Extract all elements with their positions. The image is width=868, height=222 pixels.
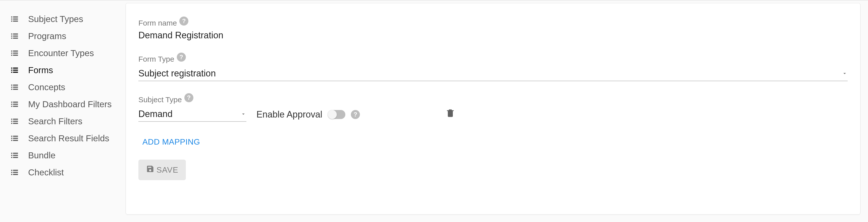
subject-type-selected-value: Demand bbox=[138, 109, 173, 119]
svg-rect-4 bbox=[11, 21, 12, 22]
svg-rect-24 bbox=[11, 85, 12, 86]
sidebar-item-label: Forms bbox=[28, 65, 53, 75]
chevron-down-icon bbox=[240, 109, 246, 119]
svg-rect-30 bbox=[11, 102, 12, 103]
sidebar-item-label: My Dashboard Filters bbox=[28, 99, 112, 109]
list-icon bbox=[10, 168, 19, 177]
save-button[interactable]: SAVE bbox=[138, 160, 186, 180]
app-root: Subject Types Programs Encounter Types F… bbox=[0, 0, 868, 222]
svg-rect-2 bbox=[11, 18, 12, 20]
sidebar-item-subject-types[interactable]: Subject Types bbox=[10, 10, 116, 28]
sidebar-item-concepts[interactable]: Concepts bbox=[10, 79, 116, 96]
svg-rect-35 bbox=[13, 106, 18, 107]
svg-rect-5 bbox=[13, 21, 18, 22]
sidebar-item-search-result-fields[interactable]: Search Result Fields bbox=[10, 130, 116, 147]
help-icon[interactable]: ? bbox=[184, 93, 193, 102]
subject-type-select[interactable]: Demand bbox=[138, 107, 246, 122]
sidebar-item-my-dashboard-filters[interactable]: My Dashboard Filters bbox=[10, 96, 116, 113]
sidebar-item-forms[interactable]: Forms bbox=[10, 62, 116, 79]
form-type-selected-value: Subject registration bbox=[138, 68, 216, 79]
sidebar-item-programs[interactable]: Programs bbox=[10, 28, 116, 45]
svg-rect-45 bbox=[13, 138, 18, 139]
sidebar-item-encounter-types[interactable]: Encounter Types bbox=[10, 45, 116, 62]
help-icon[interactable]: ? bbox=[179, 16, 188, 26]
sidebar-item-bundle[interactable]: Bundle bbox=[10, 147, 116, 164]
enable-approval-toggle[interactable] bbox=[328, 110, 345, 119]
form-type-select[interactable]: Subject registration bbox=[138, 66, 848, 81]
svg-rect-38 bbox=[11, 121, 12, 122]
svg-rect-8 bbox=[11, 36, 12, 37]
mapping-row: Subject Type ? Demand Enable Approval ? bbox=[138, 95, 848, 122]
sidebar-item-label: Checklist bbox=[28, 168, 64, 177]
svg-rect-13 bbox=[13, 50, 18, 52]
svg-rect-47 bbox=[13, 140, 18, 141]
subject-type-label: Subject Type ? bbox=[138, 95, 193, 104]
sidebar: Subject Types Programs Encounter Types F… bbox=[0, 3, 126, 222]
subject-type-block: Subject Type ? Demand bbox=[138, 95, 246, 122]
svg-rect-46 bbox=[11, 140, 12, 141]
list-icon bbox=[10, 100, 19, 109]
help-icon[interactable]: ? bbox=[351, 110, 360, 119]
svg-rect-29 bbox=[13, 89, 18, 90]
svg-rect-53 bbox=[13, 157, 18, 158]
list-icon bbox=[10, 32, 19, 41]
svg-rect-31 bbox=[13, 102, 18, 103]
svg-rect-32 bbox=[11, 104, 12, 105]
svg-rect-17 bbox=[13, 54, 18, 56]
svg-rect-11 bbox=[13, 38, 18, 39]
enable-approval-block: Enable Approval ? bbox=[256, 109, 360, 122]
svg-rect-28 bbox=[11, 89, 12, 90]
form-name-value: Demand Registration bbox=[138, 30, 848, 41]
svg-rect-16 bbox=[11, 54, 12, 56]
svg-rect-6 bbox=[11, 34, 12, 35]
sidebar-item-label: Programs bbox=[28, 31, 66, 41]
svg-rect-10 bbox=[11, 38, 12, 39]
add-mapping-label: ADD MAPPING bbox=[143, 137, 200, 146]
svg-rect-57 bbox=[13, 172, 18, 173]
list-icon bbox=[10, 14, 19, 24]
svg-rect-51 bbox=[13, 155, 18, 156]
svg-rect-26 bbox=[11, 87, 12, 88]
svg-rect-25 bbox=[13, 85, 18, 86]
form-type-label-text: Form Type bbox=[138, 55, 174, 63]
svg-rect-15 bbox=[13, 52, 18, 54]
delete-mapping-button[interactable] bbox=[370, 108, 455, 122]
svg-rect-22 bbox=[11, 72, 12, 73]
save-icon bbox=[146, 164, 154, 175]
svg-rect-44 bbox=[11, 138, 12, 139]
add-mapping-button[interactable]: ADD MAPPING bbox=[138, 134, 204, 150]
sidebar-item-label: Concepts bbox=[28, 82, 65, 92]
svg-rect-56 bbox=[11, 172, 12, 173]
svg-rect-27 bbox=[13, 87, 18, 88]
list-icon bbox=[10, 49, 19, 58]
form-name-block: Form name ? Demand Registration bbox=[138, 18, 848, 41]
sidebar-item-label: Subject Types bbox=[28, 14, 83, 24]
svg-rect-1 bbox=[13, 16, 18, 18]
svg-rect-3 bbox=[13, 18, 18, 20]
subject-type-label-text: Subject Type bbox=[138, 96, 182, 104]
svg-rect-48 bbox=[11, 153, 12, 154]
form-type-block: Form Type ? Subject registration bbox=[138, 54, 848, 81]
sidebar-item-checklist[interactable]: Checklist bbox=[10, 164, 116, 181]
svg-rect-0 bbox=[11, 16, 12, 18]
save-button-label: SAVE bbox=[156, 165, 178, 175]
svg-rect-55 bbox=[13, 170, 18, 171]
svg-rect-59 bbox=[13, 174, 18, 175]
svg-rect-12 bbox=[11, 50, 12, 52]
svg-rect-23 bbox=[13, 72, 18, 73]
help-icon[interactable]: ? bbox=[177, 52, 186, 62]
sidebar-item-label: Search Result Fields bbox=[28, 133, 109, 143]
svg-rect-7 bbox=[13, 34, 18, 35]
svg-rect-54 bbox=[11, 170, 12, 171]
list-icon bbox=[10, 117, 19, 126]
sidebar-item-search-filters[interactable]: Search Filters bbox=[10, 113, 116, 130]
svg-rect-40 bbox=[11, 123, 12, 124]
form-type-label: Form Type ? bbox=[138, 54, 186, 64]
svg-rect-49 bbox=[13, 153, 18, 154]
svg-rect-41 bbox=[13, 123, 18, 124]
svg-rect-18 bbox=[11, 68, 12, 69]
list-icon bbox=[10, 83, 19, 92]
svg-rect-39 bbox=[13, 121, 18, 122]
list-icon bbox=[10, 151, 19, 160]
svg-rect-33 bbox=[13, 104, 18, 105]
